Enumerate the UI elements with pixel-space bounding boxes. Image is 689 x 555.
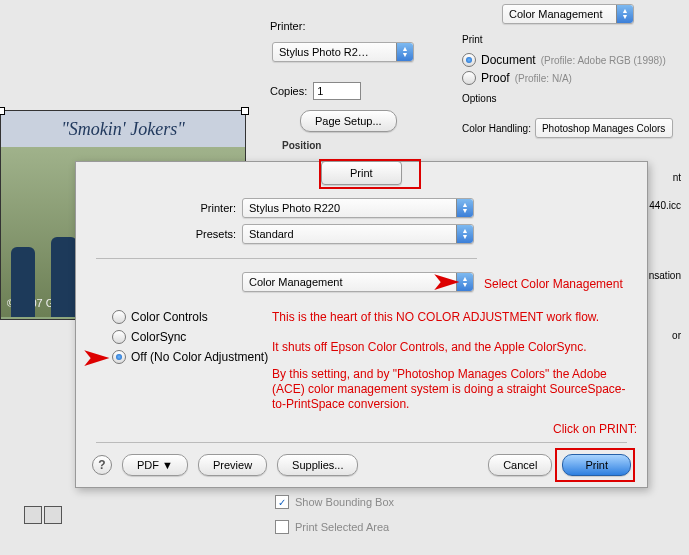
dlg-section-value: Color Management [243, 276, 363, 288]
updown-icon: ▲▼ [456, 273, 473, 291]
annot-arrow-icon: ➤ [432, 269, 459, 295]
bg-copies-input[interactable] [313, 82, 361, 100]
cancel-button[interactable]: Cancel [488, 454, 552, 476]
annot-line3: By this setting, and by "Photoshop Manag… [272, 367, 632, 412]
cm-document-profile: (Profile: Adobe RGB (1998)) [541, 55, 666, 66]
radio-off[interactable]: Off (No Color Adjustment) [112, 350, 268, 364]
radio-icon [112, 330, 126, 344]
annot-arrow2-icon: ➤ [82, 345, 109, 371]
cm-document-label: Document [481, 53, 536, 67]
cm-top-value: Color Management [503, 8, 623, 20]
bg-trail-nsation: nsation [649, 270, 681, 281]
cm-top-select[interactable]: Color Management ▲▼ [502, 4, 634, 24]
portrait-icon[interactable] [44, 506, 62, 524]
bg-printselected-check[interactable] [275, 520, 289, 534]
bg-printer-select[interactable]: Stylus Photo R2… ▲▼ [272, 42, 414, 62]
cm-proof-label: Proof [481, 71, 510, 85]
cm-print-label: Print [462, 34, 687, 45]
radio-color-controls-label: Color Controls [131, 310, 208, 324]
radio-icon [112, 350, 126, 364]
radio-colorsync-label: ColorSync [131, 330, 186, 344]
supplies-button[interactable]: Supplies... [277, 454, 358, 476]
cm-colorhandling-select[interactable]: Photoshop Manages Colors [535, 118, 673, 138]
pdf-button[interactable]: PDF ▼ [122, 454, 188, 476]
dlg-printer-label: Printer: [136, 202, 236, 214]
bg-printer-value: Stylus Photo R2… [273, 46, 389, 58]
annot-title-box [319, 159, 421, 189]
bg-trail-or: or [672, 330, 681, 341]
radio-color-controls[interactable]: Color Controls [112, 310, 208, 324]
radio-icon [462, 53, 476, 67]
dlg-printer-value: Stylus Photo R220 [243, 202, 360, 214]
bg-position-title: Position [282, 140, 321, 151]
radio-off-label: Off (No Color Adjustment) [131, 350, 268, 364]
cm-colorhandling-label: Color Handling: [462, 123, 531, 134]
help-button[interactable]: ? [92, 455, 112, 475]
landscape-icon[interactable] [24, 506, 42, 524]
updown-icon: ▲▼ [616, 5, 633, 23]
dlg-presets-select[interactable]: Standard ▲▼ [242, 224, 474, 244]
cm-proof-profile: (Profile: N/A) [515, 73, 572, 84]
thumb-caption: "Smokin' Jokers" [61, 119, 184, 140]
cm-colorhandling-value: Photoshop Manages Colors [536, 123, 672, 134]
bg-showbbox-check[interactable]: ✓ [275, 495, 289, 509]
cm-document-radio[interactable]: Document (Profile: Adobe RGB (1998)) [462, 53, 666, 67]
annot-line2: It shuts off Epson Color Controls, and t… [272, 340, 632, 354]
annot-click-print: Click on PRINT: [553, 422, 637, 436]
cm-options-label: Options [462, 93, 687, 104]
bg-page-setup-button[interactable]: Page Setup... [300, 110, 397, 132]
dlg-presets-label: Presets: [136, 228, 236, 240]
radio-icon [112, 310, 126, 324]
bg-showbbox-label: Show Bounding Box [295, 496, 394, 508]
annot-select-cm: Select Color Management [484, 277, 623, 291]
dlg-printer-select[interactable]: Stylus Photo R220 ▲▼ [242, 198, 474, 218]
bg-printer-label: Printer: [270, 20, 305, 32]
bg-copies-label: Copies: [270, 85, 307, 97]
print-dialog: Print Printer: Stylus Photo R220 ▲▼ Pres… [75, 161, 648, 488]
radio-icon [462, 71, 476, 85]
bg-trail-icc: 440.icc [649, 200, 681, 211]
annot-line1: This is the heart of this NO COLOR ADJUS… [272, 310, 632, 324]
radio-colorsync[interactable]: ColorSync [112, 330, 186, 344]
dlg-presets-value: Standard [243, 228, 314, 240]
bg-printselected-label: Print Selected Area [295, 521, 389, 533]
updown-icon: ▲▼ [456, 225, 473, 243]
updown-icon: ▲▼ [456, 199, 473, 217]
annot-print-box [555, 448, 635, 482]
updown-icon: ▲▼ [396, 43, 413, 61]
bg-trail-nt: nt [673, 172, 681, 183]
preview-button[interactable]: Preview [198, 454, 267, 476]
cm-proof-radio[interactable]: Proof (Profile: N/A) [462, 71, 572, 85]
